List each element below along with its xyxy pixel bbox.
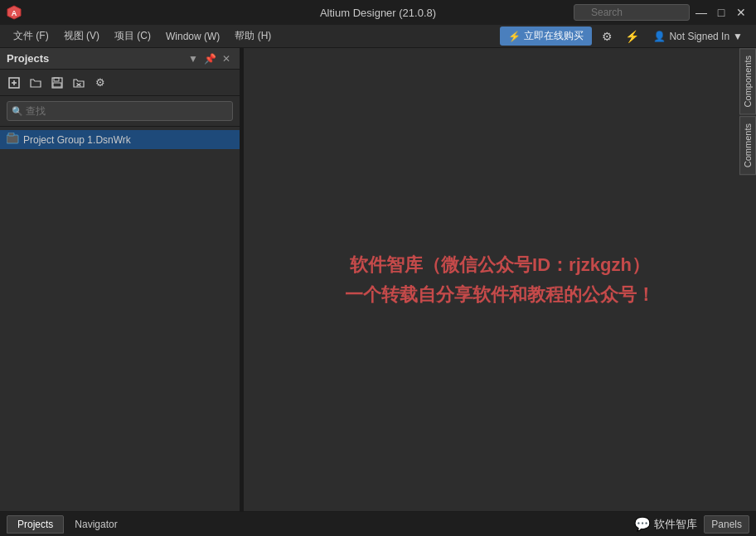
wechat-badge: 💬 软件智库 <box>634 516 697 532</box>
panel-search-input[interactable] <box>7 101 233 121</box>
menu-project[interactable]: 项目 (C) <box>108 27 158 46</box>
panel-header: Projects ▼ 📌 ✕ <box>0 48 240 70</box>
open-project-icon <box>30 77 41 89</box>
app-logo: A <box>7 5 22 20</box>
close-project-icon <box>73 77 85 89</box>
open-project-button[interactable] <box>27 74 45 92</box>
panel-header-icons: ▼ 📌 ✕ <box>187 52 233 65</box>
app-title: Altium Designer (21.0.8) <box>320 7 436 19</box>
menu-view[interactable]: 视图 (V) <box>57 27 106 46</box>
user-icon: 👤 <box>653 31 666 42</box>
left-panel: Projects ▼ 📌 ✕ <box>0 48 240 511</box>
project-tree: Project Group 1.DsnWrk <box>0 127 240 511</box>
menu-file[interactable]: 文件 (F) <box>7 27 56 46</box>
user-label: Not Signed In <box>669 31 729 42</box>
content-area: 软件智库（微信公众号ID：rjzkgzh） 一个转载自分享软件和教程的公众号！ <box>244 48 756 511</box>
save-icon <box>51 77 63 89</box>
svg-rect-10 <box>7 135 18 143</box>
right-tabs: Components Comments <box>739 48 756 511</box>
tree-item[interactable]: Project Group 1.DsnWrk <box>0 130 240 149</box>
panels-button[interactable]: Panels <box>704 515 749 534</box>
main-layout: Projects ▼ 📌 ✕ <box>0 48 756 511</box>
close-project-button[interactable] <box>70 74 88 92</box>
watermark-line2: 一个转载自分享软件和教程的公众号！ <box>345 280 655 309</box>
panel-pin-icon[interactable]: 📌 <box>203 52 216 65</box>
new-project-button[interactable] <box>5 74 23 92</box>
maximize-button[interactable]: □ <box>713 4 729 21</box>
user-button[interactable]: 👤 Not Signed In ▼ <box>647 28 749 45</box>
lightning-button[interactable]: ⚡ <box>622 27 642 46</box>
titlebar: A Altium Designer (21.0.8) 🔍 — □ ✕ <box>0 0 756 25</box>
search-wrapper: 🔍 <box>574 4 690 21</box>
panel-toolbar: ⚙ <box>0 70 240 96</box>
buy-icon: ⚡ <box>508 31 521 42</box>
menu-window[interactable]: Window (W) <box>159 28 226 45</box>
right-tab-comments[interactable]: Comments <box>739 116 756 175</box>
search-input-wrapper: 🔍 <box>7 101 233 121</box>
bottom-tab-projects[interactable]: Projects <box>7 515 64 534</box>
watermark-text: 软件智库（微信公众号ID：rjzkgzh） 一个转载自分享软件和教程的公众号！ <box>345 250 655 308</box>
buy-button[interactable]: ⚡ 立即在线购买 <box>500 27 592 46</box>
panel-search-icon: 🔍 <box>12 106 23 117</box>
settings-button[interactable]: ⚙ <box>597 27 617 46</box>
new-project-icon <box>8 77 20 89</box>
titlebar-left: A <box>7 5 22 20</box>
wechat-label: 软件智库 <box>654 517 697 532</box>
project-settings-button[interactable]: ⚙ <box>91 74 109 92</box>
bottom-bar: Projects Navigator 💬 软件智库 Panels <box>0 511 756 536</box>
panel-dropdown-icon[interactable]: ▼ <box>187 52 200 65</box>
menubar: 文件 (F) 视图 (V) 项目 (C) Window (W) 帮助 (H) ⚡… <box>0 25 756 48</box>
panel-title: Projects <box>7 52 49 65</box>
search-input[interactable] <box>574 4 690 21</box>
buy-button-label: 立即在线购买 <box>524 29 584 43</box>
titlebar-controls: 🔍 — □ ✕ <box>574 4 749 21</box>
watermark-line1: 软件智库（微信公众号ID：rjzkgzh） <box>345 250 655 279</box>
bottom-tab-navigator[interactable]: Navigator <box>64 515 128 534</box>
tree-item-label: Project Group 1.DsnWrk <box>23 134 131 146</box>
right-tab-components[interactable]: Components <box>739 48 756 114</box>
menubar-right: ⚡ 立即在线购买 ⚙ ⚡ 👤 Not Signed In ▼ <box>500 27 749 46</box>
svg-rect-11 <box>8 133 14 136</box>
svg-rect-7 <box>53 83 61 87</box>
menu-help[interactable]: 帮助 (H) <box>228 27 278 46</box>
user-dropdown-icon: ▼ <box>733 31 743 42</box>
close-button[interactable]: ✕ <box>733 4 749 21</box>
panel-search-area: 🔍 <box>0 96 240 127</box>
minimize-button[interactable]: — <box>693 4 710 21</box>
bottom-right: 💬 软件智库 Panels <box>634 515 749 534</box>
save-button[interactable] <box>48 74 66 92</box>
svg-text:A: A <box>12 9 17 17</box>
wechat-icon: 💬 <box>634 516 651 532</box>
project-group-icon <box>7 133 20 147</box>
panel-close-icon[interactable]: ✕ <box>220 52 233 65</box>
